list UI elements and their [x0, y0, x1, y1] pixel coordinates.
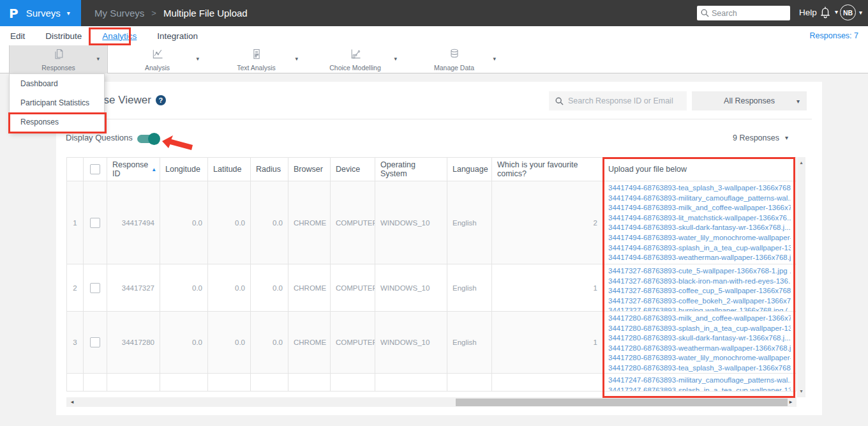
chevron-down-icon[interactable] — [394, 56, 397, 62]
nav-tab-edit[interactable]: Edit — [10, 31, 25, 41]
chevron-down-icon — [785, 135, 788, 141]
toolbar-tabs: ResponsesAnalysisText AnalysisChoice Mod… — [9, 45, 504, 73]
survey-nav: EditDistributeAnalyticsIntegration Respo… — [0, 26, 868, 45]
divider — [66, 119, 812, 119]
file-link[interactable]: 34417247-68763893-splash_in_a_tea_cup-wa… — [608, 386, 791, 391]
file-link[interactable]: 34417280-68763893-splash_in_a_tea_cup-wa… — [608, 324, 791, 332]
chevron-down-icon[interactable] — [295, 56, 298, 62]
column-header-comics: Which is your favourite comics? — [492, 158, 603, 181]
file-link[interactable]: 34417494-68763893-lit_matchstick-wallpap… — [608, 214, 791, 222]
notifications-button[interactable] — [819, 5, 838, 19]
response-search — [549, 91, 687, 110]
account-menu[interactable]: NB — [840, 4, 862, 20]
file-link[interactable]: 34417494-68763893-splash_in_a_tea_cup-wa… — [608, 244, 791, 252]
cell-response_id — [107, 374, 160, 391]
column-header-checkbox[interactable] — [84, 158, 107, 181]
toolbar-tab-responses[interactable]: Responses — [9, 45, 108, 73]
file-list-item: 34417327-68763893-cute_5-wallpaper-1366x… — [608, 266, 791, 277]
responses-per-page-dropdown[interactable]: 9 Responses — [733, 133, 788, 142]
help-link[interactable]: Help — [799, 8, 817, 17]
file-link[interactable]: 34417327-68763893-black-iron-man-with-re… — [608, 277, 791, 285]
toolbar-tab-manage-data[interactable]: Manage Data — [405, 45, 504, 73]
file-link[interactable]: 34417280-68763893-skull-dark-fantasy-wr-… — [608, 334, 791, 342]
horizontal-scrollbar[interactable] — [66, 397, 797, 407]
nav-tab-analytics[interactable]: Analytics — [102, 31, 137, 41]
file-link[interactable]: 34417247-68763893-military_camouflage_pa… — [608, 376, 791, 384]
global-search-input[interactable] — [712, 9, 786, 18]
cell-response-id: 34417280 — [107, 312, 160, 373]
table-header-row: Response IDLongitudeLatitudeRadiusBrowse… — [66, 157, 797, 181]
column-header-label: Upload your file below — [608, 165, 687, 174]
vertical-scrollbar[interactable] — [797, 157, 805, 397]
cell-comics: 2 — [492, 181, 603, 264]
display-questions-toggle[interactable] — [137, 135, 158, 143]
row-checkbox[interactable] — [90, 337, 100, 347]
responses-count[interactable]: Responses: 7 — [810, 31, 858, 40]
file-link[interactable]: 34417494-68763893-milk_and_coffee-wallpa… — [608, 204, 791, 211]
cell-comics: 1 — [492, 264, 603, 311]
file-link[interactable]: 34417494-68763893-water_lily_monochrome-… — [608, 234, 791, 241]
cell-language — [447, 374, 492, 391]
file-link[interactable]: 34417494-68763893-military_camouflage_pa… — [608, 194, 791, 202]
menu-item-responses[interactable]: Responses — [10, 112, 104, 132]
text-analysis-icon — [250, 48, 264, 63]
column-header-response_id[interactable]: Response ID — [107, 158, 160, 181]
response-filter-dropdown[interactable]: All Responses — [692, 91, 807, 110]
horizontal-scroll-thumb[interactable] — [456, 399, 788, 406]
menu-item-participant-statistics[interactable]: Participant Statistics — [10, 93, 104, 112]
toolbar-tab-choice-modelling[interactable]: Choice Modelling — [306, 45, 405, 73]
file-link[interactable]: 34417327-68763893-burning-wallpaper-1366… — [608, 307, 791, 311]
surveys-app-menu[interactable]: P Surveys — [0, 0, 81, 26]
file-link[interactable]: 34417280-68763893-milk_and_coffee-wallpa… — [608, 314, 791, 322]
row-checkbox[interactable] — [90, 283, 100, 293]
nav-tab-distribute[interactable]: Distribute — [45, 31, 82, 41]
select-all-checkbox[interactable] — [90, 164, 100, 174]
scroll-up-icon[interactable] — [797, 158, 805, 167]
file-link[interactable]: 34417280-68763893-water_lily_monochrome-… — [608, 354, 791, 361]
response-filter-value: All Responses — [724, 96, 775, 105]
cell-longitude — [160, 374, 208, 391]
cell-upload: 34417327-68763893-cute_5-wallpaper-1366x… — [603, 264, 797, 311]
table-row: 1344174940.00.00.0CHROMECOMPUTERWINDOWS_… — [66, 181, 797, 264]
cell-device: COMPUTER — [331, 264, 375, 311]
breadcrumb-separator-icon — [151, 8, 156, 18]
app-menu-label: Surveys — [26, 8, 61, 19]
scroll-left-icon[interactable] — [68, 397, 77, 407]
cell-language: English — [447, 312, 492, 373]
chevron-down-icon[interactable] — [96, 56, 100, 62]
toolbar-tab-analysis[interactable]: Analysis — [108, 45, 207, 73]
file-link[interactable]: 34417494-68763893-skull-dark-fantasy-wr-… — [608, 224, 791, 231]
file-link[interactable]: 34417280-68763893-tea_splash_3-wallpaper… — [608, 364, 791, 372]
breadcrumb-my-surveys[interactable]: My Surveys — [94, 8, 144, 19]
chevron-down-icon[interactable] — [196, 56, 199, 62]
cell-radius — [251, 374, 288, 391]
file-list-item: 34417494-68763893-splash_in_a_tea_cup-wa… — [608, 243, 791, 254]
chevron-down-icon[interactable] — [493, 56, 496, 62]
table-row: 34417247-68763893-military_camouflage_pa… — [66, 374, 797, 392]
file-link[interactable]: 34417327-68763893-cute_5-wallpaper-1366x… — [608, 267, 791, 275]
breadcrumb: My Surveys Multiple File Upload — [94, 0, 248, 26]
scroll-down-icon[interactable] — [797, 387, 805, 396]
file-list-item: 34417494-68763893-skull-dark-fantasy-wr-… — [608, 223, 791, 233]
file-link[interactable]: 34417327-68763893-coffee_bokeh_2-wallpap… — [608, 297, 791, 305]
help-icon[interactable] — [156, 95, 166, 105]
file-link[interactable]: 34417494-68763893-weatherman-wallpaper-1… — [608, 254, 791, 261]
file-list-item: 34417280-68763893-tea_splash_3-wallpaper… — [608, 363, 791, 373]
file-list-item: 34417280-68763893-skull-dark-fantasy-wr-… — [608, 333, 791, 344]
file-link[interactable]: 34417280-68763893-weatherman-wallpaper-1… — [608, 344, 791, 352]
scroll-right-icon[interactable] — [786, 397, 795, 407]
nav-tab-integration[interactable]: Integration — [157, 31, 198, 41]
file-link[interactable]: 34417494-68763893-tea_splash_3-wallpaper… — [608, 184, 791, 192]
column-header-browser: Browser — [288, 158, 331, 181]
menu-item-dashboard[interactable]: Dashboard — [10, 74, 104, 93]
row-checkbox[interactable] — [90, 218, 100, 228]
response-search-input[interactable] — [568, 96, 680, 105]
file-link[interactable]: 34417327-68763893-coffee_cup_5-wallpaper… — [608, 287, 791, 294]
file-list-item: 34417327-68763893-burning-wallpaper-1366… — [608, 306, 791, 311]
column-header-language: Language — [447, 158, 492, 181]
cell-response-id: 34417494 — [107, 181, 160, 264]
column-header-num — [66, 158, 84, 181]
column-header-os: Operating System — [375, 158, 447, 181]
cell-comics — [492, 374, 603, 391]
toolbar-tab-text-analysis[interactable]: Text Analysis — [207, 45, 306, 73]
